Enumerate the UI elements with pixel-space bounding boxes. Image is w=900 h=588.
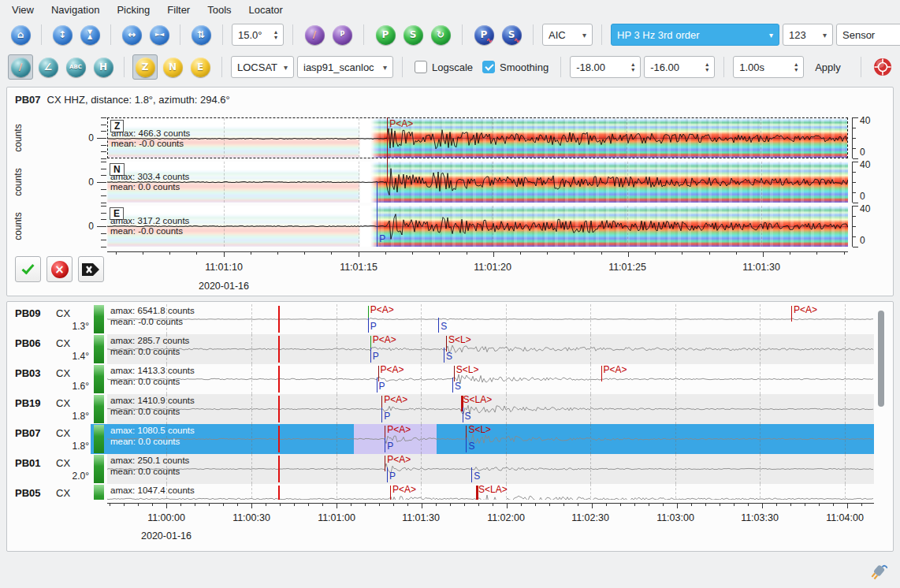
- pick-list-combo[interactable]: 123 ▾: [783, 24, 833, 46]
- network-code: CX: [56, 487, 70, 499]
- trace-panel-z[interactable]: Zamax: 466.3 countsmean: -0.0 counts: [107, 117, 848, 158]
- spectrogram-max-spinbox[interactable]: -16.00 ▴▾: [644, 56, 715, 78]
- rotation-angle-spinbox[interactable]: 15.0° ▴▾: [232, 24, 284, 46]
- checkbox-unchecked-icon[interactable]: [415, 61, 427, 73]
- menu-navigation[interactable]: Navigation: [43, 2, 108, 17]
- checkbox-checked-icon[interactable]: [482, 61, 495, 73]
- station-row-pb01[interactable]: PB01CX2.0°amax: 250.1 countsmean: 0.0 co…: [7, 454, 893, 484]
- smoothing-checkbox[interactable]: Smoothing: [479, 61, 552, 73]
- pick-marker-line[interactable]: [452, 378, 453, 393]
- spectrum-view-button[interactable]: ∠: [35, 54, 61, 80]
- skip-station-button[interactable]: [78, 256, 104, 282]
- time-tick: [195, 503, 195, 506]
- station-row-pb07[interactable]: PB07CX1.8°amax: 1080.5 countsmean: 0.0 c…: [7, 424, 893, 454]
- station-row-pb09[interactable]: PB09CX1.3°amax: 6541.8 countsmean: -0.0 …: [7, 304, 893, 334]
- spinbox-arrows-icon[interactable]: ▴▾: [631, 61, 634, 73]
- station-row-pb19[interactable]: PB19CX1.8°amax: 1410.9 countsmean: 0.0 c…: [7, 394, 893, 424]
- phase-marker-line[interactable]: [446, 336, 447, 352]
- uncertainty-p-button[interactable]: P∿: [471, 22, 496, 47]
- pick-marker-line[interactable]: [381, 408, 382, 422]
- pick-marker-line[interactable]: [444, 348, 444, 363]
- phase-marker-line[interactable]: [378, 366, 379, 381]
- uncertainty-s-button[interactable]: S∿: [499, 22, 524, 47]
- amplitude-zoom-button[interactable]: ↕: [50, 22, 75, 47]
- pick-marker-line[interactable]: [463, 408, 463, 422]
- pick-marker-line[interactable]: [385, 437, 385, 452]
- locator-combo[interactable]: LOCSAT ▾: [231, 56, 294, 78]
- station-row-pb05[interactable]: PB05CXamax: 1047.4 countsP<A>S<LA>: [7, 484, 893, 500]
- apply-button[interactable]: Apply: [807, 58, 849, 77]
- station-row-pb03[interactable]: PB03CX1.6°amax: 1413.3 countsmean: 0.0 c…: [7, 364, 893, 394]
- decoration: ∿: [486, 37, 493, 44]
- time-tick: [379, 503, 380, 506]
- pick-s-button[interactable]: S: [400, 22, 426, 47]
- component-z-button[interactable]: Z: [132, 54, 158, 80]
- waveform: [107, 334, 874, 364]
- reject-pick-button[interactable]: ×: [46, 256, 73, 282]
- chevron-down-icon: ▾: [582, 31, 586, 39]
- amplitude-fit-button[interactable]: ▼▲: [77, 22, 102, 47]
- menu-filter[interactable]: Filter: [158, 2, 199, 17]
- station-row-pb06[interactable]: PB06CX1.4°amax: 285.7 countsmean: 0.0 co…: [7, 334, 893, 364]
- time-zoom-button[interactable]: ↔: [119, 22, 144, 47]
- decoration: ABC: [69, 65, 82, 70]
- time-tick: [705, 503, 706, 506]
- pick-marker-line[interactable]: [438, 318, 439, 333]
- pick-marker-line[interactable]: [387, 467, 388, 482]
- pick-marker-line[interactable]: [368, 318, 369, 333]
- profile-combo[interactable]: iasp91_scanloc ▾: [297, 56, 393, 78]
- decoration: [101, 195, 106, 196]
- logscale-checkbox[interactable]: Logscale: [411, 61, 476, 73]
- pick-marker-line[interactable]: [471, 467, 472, 482]
- spinbox-arrows-icon[interactable]: ▴▾: [274, 29, 277, 40]
- phase-marker-line[interactable]: [791, 306, 792, 322]
- amax-label: amax: 1413.3 counts: [110, 366, 195, 375]
- y-axis-units-label: counts: [13, 206, 24, 247]
- home-button[interactable]: ⌂: [8, 22, 33, 47]
- spinbox-arrows-icon[interactable]: ▴▾: [794, 61, 798, 73]
- amplitude-type-combo[interactable]: Sensor ▾: [836, 24, 900, 46]
- phase-marker-line[interactable]: [601, 366, 602, 381]
- spectrogram-toggle-button[interactable]: ∕: [8, 54, 33, 80]
- relocate-button[interactable]: [870, 54, 895, 80]
- time-fit-button[interactable]: ►◄: [147, 22, 172, 47]
- reset-view-button[interactable]: ⇅: [188, 22, 214, 47]
- repick-button[interactable]: ↻: [428, 22, 453, 47]
- menu-view[interactable]: View: [3, 2, 43, 17]
- menu-picking[interactable]: Picking: [108, 2, 158, 17]
- phase-marker-line[interactable]: [385, 456, 385, 471]
- frequency-axis: 400: [852, 162, 879, 203]
- pick-marker-line[interactable]: [377, 378, 377, 393]
- y-axis-units-label: counts: [13, 117, 24, 158]
- pick-marker-line[interactable]: [370, 348, 371, 363]
- time-window-value: 1.00s: [739, 61, 764, 73]
- confirm-pick-button[interactable]: [15, 256, 41, 282]
- time-window-spinbox[interactable]: 1.00s ▴▾: [733, 56, 804, 78]
- decoration: [853, 148, 856, 149]
- vertical-scrollbar[interactable]: [878, 311, 884, 407]
- trace-panel-n[interactable]: Namax: 303.4 countsmean: 0.0 counts: [107, 162, 848, 203]
- pick-mode-button[interactable]: ∕: [302, 22, 327, 47]
- filter-combo[interactable]: HP 3 Hz 3rd order ▾: [611, 24, 779, 46]
- freq-min-label: 0: [860, 235, 865, 246]
- separator: [601, 24, 602, 45]
- menu-tools[interactable]: Tools: [199, 2, 240, 17]
- phase-marker-line[interactable]: [390, 486, 391, 500]
- spectrogram-min-spinbox[interactable]: -18.00 ▴▾: [570, 56, 641, 78]
- pick-p-button[interactable]: P: [373, 22, 398, 47]
- component-e-button[interactable]: E: [188, 54, 213, 80]
- phase-marker-line[interactable]: [454, 366, 455, 381]
- component-n-button[interactable]: N: [160, 54, 185, 80]
- decoration: [101, 240, 106, 240]
- spinbox-arrows-icon[interactable]: ▴▾: [705, 61, 708, 73]
- trace-panel-e[interactable]: Eamax: 317.2 countsmean: -0.0 counts: [107, 206, 848, 247]
- phase-labels-button[interactable]: ABC: [63, 54, 88, 80]
- menu-locator[interactable]: Locator: [240, 2, 292, 17]
- pick-marker-line[interactable]: [466, 437, 467, 452]
- onset-method-combo[interactable]: AIC ▾: [542, 24, 593, 46]
- align-on-phase-button[interactable]: H: [91, 54, 116, 80]
- decoration: H: [99, 62, 107, 72]
- repick-icon: ↻: [431, 25, 451, 45]
- decoration: ∕: [313, 30, 316, 39]
- pick-settings-button[interactable]: P: [329, 22, 355, 47]
